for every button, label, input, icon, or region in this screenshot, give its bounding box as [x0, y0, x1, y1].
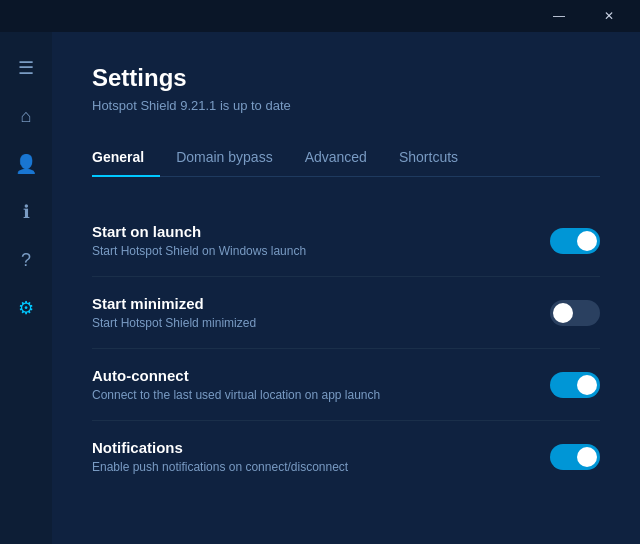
setting-desc-auto-connect: Connect to the last used virtual locatio… [92, 388, 550, 402]
tab-shortcuts[interactable]: Shortcuts [399, 141, 474, 177]
settings-list: Start on launchStart Hotspot Shield on W… [92, 205, 600, 492]
sidebar-item-menu[interactable]: ☰ [6, 48, 46, 88]
setting-info-auto-connect: Auto-connectConnect to the last used vir… [92, 367, 550, 402]
close-button[interactable]: ✕ [586, 0, 632, 32]
toggle-auto-connect[interactable] [550, 372, 600, 398]
setting-item-auto-connect: Auto-connectConnect to the last used vir… [92, 349, 600, 421]
setting-item-start-minimized: Start minimizedStart Hotspot Shield mini… [92, 277, 600, 349]
page-subtitle: Hotspot Shield 9.21.1 is up to date [92, 98, 600, 113]
tab-general[interactable]: General [92, 141, 160, 177]
setting-label-notifications: Notifications [92, 439, 550, 456]
tab-domain-bypass[interactable]: Domain bypass [176, 141, 289, 177]
setting-item-start-on-launch: Start on launchStart Hotspot Shield on W… [92, 205, 600, 277]
setting-desc-start-minimized: Start Hotspot Shield minimized [92, 316, 550, 330]
setting-desc-notifications: Enable push notifications on connect/dis… [92, 460, 550, 474]
setting-info-start-minimized: Start minimizedStart Hotspot Shield mini… [92, 295, 550, 330]
setting-info-notifications: NotificationsEnable push notifications o… [92, 439, 550, 474]
toggle-start-on-launch[interactable] [550, 228, 600, 254]
sidebar: ☰⌂👤ℹ?⚙ [0, 32, 52, 544]
setting-label-start-minimized: Start minimized [92, 295, 550, 312]
minimize-button[interactable]: — [536, 0, 582, 32]
setting-item-notifications: NotificationsEnable push notifications o… [92, 421, 600, 492]
main-content: Settings Hotspot Shield 9.21.1 is up to … [52, 32, 640, 544]
page-title: Settings [92, 64, 600, 92]
sidebar-item-info[interactable]: ℹ [6, 192, 46, 232]
setting-desc-start-on-launch: Start Hotspot Shield on Windows launch [92, 244, 550, 258]
toggle-start-minimized[interactable] [550, 300, 600, 326]
tab-advanced[interactable]: Advanced [305, 141, 383, 177]
sidebar-item-home[interactable]: ⌂ [6, 96, 46, 136]
tabs: GeneralDomain bypassAdvancedShortcuts [92, 141, 600, 177]
sidebar-item-user[interactable]: 👤 [6, 144, 46, 184]
setting-label-auto-connect: Auto-connect [92, 367, 550, 384]
setting-label-start-on-launch: Start on launch [92, 223, 550, 240]
sidebar-item-settings[interactable]: ⚙ [6, 288, 46, 328]
title-bar: — ✕ [0, 0, 640, 32]
sidebar-item-help[interactable]: ? [6, 240, 46, 280]
setting-info-start-on-launch: Start on launchStart Hotspot Shield on W… [92, 223, 550, 258]
toggle-notifications[interactable] [550, 444, 600, 470]
